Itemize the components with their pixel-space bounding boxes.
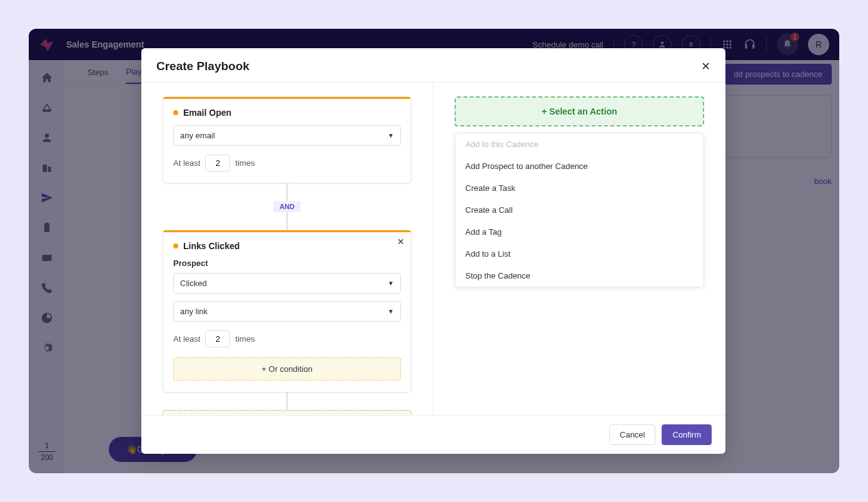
caret-down-icon: ▼ xyxy=(388,132,394,139)
action-add-tag[interactable]: Add a Tag xyxy=(455,221,704,243)
connector-line xyxy=(286,183,288,201)
times-label: times xyxy=(235,334,255,344)
or-condition-button[interactable]: + Or condition xyxy=(173,357,401,381)
condition-links-clicked: ✕ Links Clicked Prospect Clicked▼ any li… xyxy=(163,230,411,392)
create-playbook-modal: Create Playbook ✕ Email Open any email▼ … xyxy=(141,48,725,454)
remove-condition-icon[interactable]: ✕ xyxy=(397,237,405,247)
at-least-label: At least xyxy=(173,334,200,344)
caret-down-icon: ▼ xyxy=(388,280,394,287)
confirm-button[interactable]: Confirm xyxy=(662,424,712,445)
connector-line xyxy=(286,392,288,410)
dot-icon xyxy=(173,243,178,248)
add-condition-button[interactable]: + Add a condition xyxy=(163,410,411,415)
action-add-list[interactable]: Add to a List xyxy=(455,243,704,265)
modal-title: Create Playbook xyxy=(156,59,250,73)
conditions-pane: Email Open any email▼ At least times AND… xyxy=(141,83,433,415)
action-dropdown: Add to this Cadence Add Prospect to anot… xyxy=(455,133,704,287)
at-least-label: At least xyxy=(173,158,200,168)
times-label: times xyxy=(235,158,255,168)
prospect-label: Prospect xyxy=(173,259,401,268)
and-pill: AND xyxy=(273,201,301,212)
link-select[interactable]: any link▼ xyxy=(173,301,401,322)
dot-icon xyxy=(173,110,178,115)
select-action-button[interactable]: + Select an Action xyxy=(455,96,704,126)
connector-line xyxy=(286,212,288,230)
action-add-another-cadence[interactable]: Add Prospect to another Cadence xyxy=(455,155,704,177)
action-add-this-cadence: Add to this Cadence xyxy=(455,133,704,155)
condition-title: Links Clicked xyxy=(183,241,240,251)
modal-header: Create Playbook ✕ xyxy=(141,48,725,82)
condition-title: Email Open xyxy=(183,108,231,118)
modal-footer: Cancel Confirm xyxy=(141,415,725,454)
count-input[interactable] xyxy=(205,155,230,172)
action-create-task[interactable]: Create a Task xyxy=(455,177,704,199)
clicked-select[interactable]: Clicked▼ xyxy=(173,273,401,294)
action-create-call[interactable]: Create a Call xyxy=(455,199,704,221)
caret-down-icon: ▼ xyxy=(388,308,394,315)
email-select[interactable]: any email▼ xyxy=(173,125,401,146)
cancel-button[interactable]: Cancel xyxy=(609,424,655,445)
count-input[interactable] xyxy=(205,330,230,347)
condition-email-open: Email Open any email▼ At least times xyxy=(163,96,411,183)
actions-pane: + Select an Action Add to this Cadence A… xyxy=(433,83,725,415)
close-icon[interactable]: ✕ xyxy=(701,59,710,73)
action-stop-cadence[interactable]: Stop the Cadence xyxy=(455,265,704,287)
